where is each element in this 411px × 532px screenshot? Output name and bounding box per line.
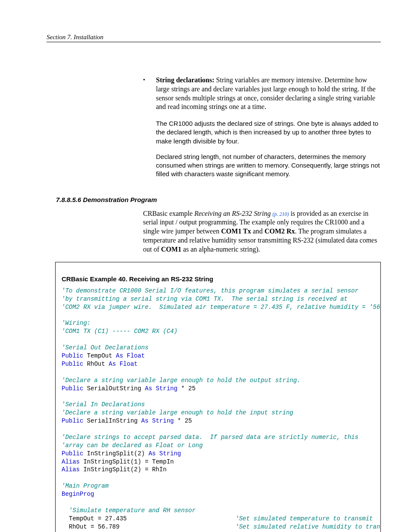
- page-ref-link[interactable]: (p. 210): [272, 211, 289, 217]
- example-name: Receiving an RS-232 String: [194, 210, 272, 217]
- body-paragraph: CRBasic example Receiving an RS-232 Stri…: [143, 209, 381, 254]
- bullet-block: • String declarations: String variables …: [143, 76, 381, 179]
- note-block: The CR1000 adjusts the declared size of …: [156, 119, 381, 179]
- note-p2: Declared string length, not number of ch…: [156, 152, 381, 179]
- bullet-lead: String declarations:: [156, 76, 215, 84]
- code-title: CRBasic Example 40. Receiving an RS-232 …: [62, 275, 374, 283]
- bullet-marker: •: [143, 76, 156, 112]
- bullet-text: String declarations: String variables ar…: [156, 76, 381, 112]
- code-example: CRBasic Example 40. Receiving an RS-232 …: [55, 262, 381, 532]
- note-p1: The CR1000 adjusts the declared size of …: [156, 119, 381, 146]
- page: Section 7. Installation • String declara…: [0, 0, 411, 532]
- running-header: Section 7. Installation: [47, 34, 381, 42]
- section-heading: 7.8.8.5.6 Demonstration Program: [56, 196, 381, 203]
- bullet-item: • String declarations: String variables …: [143, 76, 381, 112]
